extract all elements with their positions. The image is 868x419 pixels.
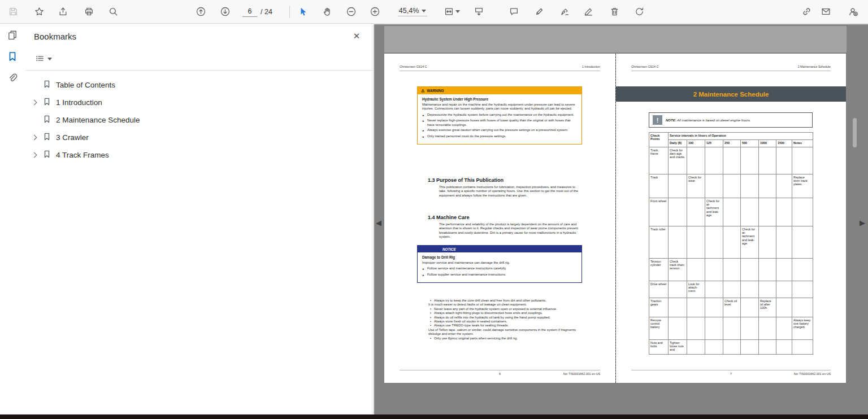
- add-user-icon[interactable]: [844, 3, 861, 20]
- dot-bullet-icon: •: [428, 324, 434, 328]
- bookmark-item-maintenance-schedule[interactable]: 2 Maintenance Schedule: [25, 111, 373, 129]
- schedule-row: Track rollerCheck for at-tachment and le…: [649, 226, 813, 259]
- interval-cell: [669, 174, 687, 198]
- print-icon[interactable]: [80, 3, 97, 20]
- zoom-out-icon[interactable]: [343, 3, 360, 20]
- bookmark-item-introduction[interactable]: 1 Introduction: [25, 94, 373, 111]
- arrow-bullet-icon: ►: [422, 134, 427, 139]
- interval-cell: [759, 174, 776, 198]
- arrow-bullet-icon: ►: [422, 273, 427, 277]
- interval-cell: [669, 317, 687, 340]
- interval-cell: Check for at-tachment and leak-age.: [705, 198, 723, 226]
- next-page-icon[interactable]: [216, 3, 233, 20]
- bookmarks-options-button[interactable]: [32, 52, 55, 66]
- select-tool-icon[interactable]: [294, 3, 311, 20]
- toolbar-right-group: [798, 3, 861, 20]
- email-icon[interactable]: [817, 3, 834, 20]
- dot-bullet-icon: •: [428, 337, 434, 341]
- fill-sign-icon[interactable]: [580, 3, 597, 20]
- dot-bullet-icon: •: [428, 307, 434, 311]
- interval-cell: [792, 198, 813, 226]
- warning-bullet: ► Always exercise great caution when car…: [422, 128, 577, 133]
- header-doc-title: Christensen CS14 C: [400, 65, 427, 68]
- care-bullet: •Always attach tight-fitting plugs to di…: [428, 311, 583, 315]
- care-bullet: •Never leave any part of the hydraulic s…: [428, 307, 583, 311]
- interval-cell: [741, 147, 759, 174]
- interval-cell: Replace worn track plates.: [792, 174, 813, 198]
- close-icon[interactable]: ✕: [350, 30, 363, 42]
- interval-cell: [776, 259, 792, 281]
- save-icon[interactable]: [5, 3, 21, 20]
- check-point-cell: Nuts and bolts: [649, 340, 669, 355]
- previous-page-edge: [384, 26, 847, 53]
- comment-icon[interactable]: [505, 3, 522, 20]
- notice-box: NOTICE Damage to Drill Rig Improper serv…: [417, 245, 582, 283]
- schedule-row: Tension cylinderCheck track chain tensio…: [649, 259, 813, 281]
- interval-cell: [759, 259, 776, 281]
- interval-cell: Look for attach-ment.: [687, 281, 705, 298]
- interval-cell: [759, 147, 776, 174]
- page-thumbnails-icon[interactable]: [0, 24, 25, 46]
- chevron-right-icon[interactable]: [32, 135, 37, 141]
- search-icon[interactable]: [105, 3, 121, 20]
- interval-cell: Tighten loose nuts and: [669, 340, 687, 355]
- zoom-level-dropdown[interactable]: 45,4%: [398, 7, 427, 16]
- page-header: Christensen CS14 C 1 Introduction: [400, 65, 600, 71]
- notice-subtitle: Damage to Drill Rig: [422, 255, 577, 259]
- bookmark-item-track-frames[interactable]: 4 Track Frames: [25, 146, 373, 164]
- schedule-row: Track, frameCheck for dam-age and cracks…: [649, 147, 813, 174]
- note-box: ! NOTE: All maintenance is based on dies…: [649, 112, 813, 128]
- check-point-cell: Track roller: [649, 226, 669, 259]
- page-number-input[interactable]: [242, 6, 257, 17]
- bookmarks-panel-icon[interactable]: [0, 46, 25, 67]
- document-view[interactable]: Christensen CS14 C 1 Introduction ⚠ WARN…: [374, 24, 868, 414]
- interval-cell: [759, 281, 776, 298]
- bookmark-item-crawler[interactable]: 3 Crawler: [25, 129, 373, 146]
- next-page-arrow[interactable]: ▶: [858, 219, 866, 227]
- check-point-cell: Track, frame: [649, 147, 669, 174]
- bookmark-item-table-of-contents[interactable]: Table of Contents: [25, 76, 373, 94]
- interval-cell: [776, 226, 792, 259]
- care-bullet: •Always do oil refills into the hydrauli…: [428, 316, 583, 320]
- bookmark-icon: [43, 150, 51, 160]
- bookmark-label: 4 Track Frames: [56, 151, 109, 159]
- caret-down-icon: [455, 10, 460, 13]
- fit-width-dropdown[interactable]: [441, 3, 463, 20]
- care-bullet: •Always try to keep the core drill clean…: [428, 299, 583, 303]
- bookmark-label: Table of Contents: [56, 81, 115, 89]
- window-bottom-bar: [0, 414, 868, 419]
- zoom-in-icon[interactable]: [367, 3, 384, 20]
- attachments-icon[interactable]: [0, 67, 25, 89]
- refresh-icon[interactable]: [631, 3, 648, 20]
- header-section: 2 Maintenance Schedule: [798, 65, 831, 68]
- bookmark-label: 3 Crawler: [56, 133, 89, 142]
- interval-cell: Check track chain tension.: [669, 259, 687, 281]
- highlight-icon[interactable]: [531, 3, 548, 20]
- warning-body: Maintenance and repair on the machine an…: [422, 103, 577, 111]
- care-note: It is much easier to detect faults or oi…: [428, 303, 583, 307]
- interval-cell: [669, 298, 687, 317]
- page-spread: Christensen CS14 C 1 Introduction ⚠ WARN…: [384, 54, 846, 383]
- chevron-right-icon[interactable]: [32, 152, 37, 158]
- chevron-right-icon[interactable]: [32, 100, 37, 106]
- prev-page-arrow[interactable]: ◀: [375, 219, 383, 227]
- previous-page-icon[interactable]: [192, 3, 209, 20]
- sign-pen-icon[interactable]: [556, 3, 573, 20]
- section-14-body: The performance and reliability of the p…: [439, 222, 583, 239]
- warning-bullet: ► Depressurize the hydraulic system befo…: [422, 113, 577, 117]
- share-upload-icon[interactable]: [54, 3, 71, 20]
- interval-cell: [723, 317, 741, 340]
- interval-cell: Check for wear.: [687, 174, 705, 198]
- link-icon[interactable]: [798, 3, 815, 20]
- vertical-scrollbar-thumb[interactable]: [853, 118, 857, 147]
- bookmark-label: 1 Introduction: [56, 98, 102, 107]
- warning-icon: ⚠: [421, 89, 424, 93]
- trash-icon[interactable]: [606, 3, 623, 20]
- toolbar-separator: [289, 6, 290, 18]
- scroll-mode-icon[interactable]: [470, 3, 487, 20]
- star-favorite-icon[interactable]: [31, 3, 47, 20]
- column-header: 250: [723, 140, 741, 147]
- hand-tool-icon[interactable]: [319, 3, 336, 20]
- care-bullet: •Only use Epiroc original parts when ser…: [428, 337, 583, 341]
- chapter-banner: 2 Maintenance Schedule: [616, 86, 846, 102]
